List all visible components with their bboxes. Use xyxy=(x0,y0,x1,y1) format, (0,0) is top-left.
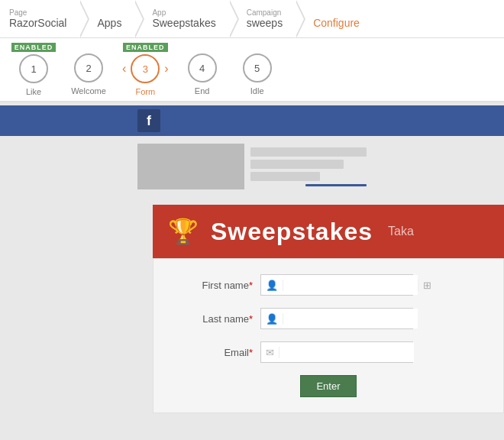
breadcrumb-apps-title: Apps xyxy=(97,17,121,29)
enter-button[interactable]: Enter xyxy=(300,375,356,397)
step-1-enabled: ENABLED xyxy=(11,43,57,52)
last-name-input-wrapper: 👤 xyxy=(260,308,413,329)
email-row: Email* ✉ xyxy=(176,341,480,363)
step-5-label: Idle xyxy=(250,86,264,95)
preview-line-1 xyxy=(250,147,367,157)
preview-image-placeholder xyxy=(137,144,244,189)
breadcrumb-app-title: Sweepstakes xyxy=(152,17,215,29)
step-1-group: ENABLED 1 Like xyxy=(11,43,57,96)
email-input[interactable] xyxy=(279,342,414,362)
step-2-number: 2 xyxy=(86,63,91,74)
breadcrumb-razorsocial[interactable]: Page RazorSocial xyxy=(0,0,80,37)
sweepstakes-banner: 🏆 Sweepstakes Taka xyxy=(153,205,504,258)
step-4-circle[interactable]: 4 xyxy=(188,53,217,82)
facebook-bar: f xyxy=(0,105,504,136)
step-1-number: 1 xyxy=(31,63,36,75)
step-3-circle[interactable]: 3 xyxy=(131,54,160,83)
step-4-number: 4 xyxy=(199,63,205,74)
step-3-group: ENABLED ‹ 3 › Form xyxy=(121,43,170,96)
trophy-icon: 🏆 xyxy=(168,217,199,246)
step-5-circle[interactable]: 5 xyxy=(243,53,272,82)
preview-underline xyxy=(305,184,367,186)
breadcrumb-page-label: Page xyxy=(9,8,66,17)
page-content: f 🏆 Sweepstakes Taka First name* 👤 ⊞ xyxy=(0,102,504,440)
breadcrumb-configure-label xyxy=(313,8,360,17)
step-next-button[interactable]: › xyxy=(163,62,170,76)
facebook-icon: f xyxy=(137,109,160,132)
last-name-input[interactable] xyxy=(283,309,418,328)
form-area: First name* 👤 ⊞ Last name* 👤 Email* ✉ En xyxy=(153,258,504,413)
last-name-label: Last name* xyxy=(176,313,253,325)
email-required: * xyxy=(249,347,253,358)
last-name-row: Last name* 👤 xyxy=(176,308,480,329)
first-name-person-icon: 👤 xyxy=(261,280,283,291)
email-input-wrapper: ✉ xyxy=(260,341,413,363)
sweepstakes-title: Sweepstakes xyxy=(211,218,373,246)
first-name-required: * xyxy=(249,280,253,291)
step-3-label: Form xyxy=(135,87,155,96)
email-label: Email* xyxy=(176,347,253,358)
sweepstakes-suffix: Taka xyxy=(388,225,414,238)
first-name-label: First name* xyxy=(176,280,253,291)
breadcrumb-configure-title: Configure xyxy=(313,17,360,29)
breadcrumb-campaign[interactable]: Campaign sweeps xyxy=(230,0,296,37)
breadcrumb-nav: Page RazorSocial Apps App Sweepstakes Ca… xyxy=(0,0,504,38)
preview-top-area xyxy=(0,136,504,197)
step-2-label: Welcome xyxy=(71,86,106,95)
first-name-input[interactable] xyxy=(283,275,418,295)
step-3-enabled: ENABLED xyxy=(123,43,168,52)
preview-text-area xyxy=(250,147,367,186)
step-2-group: 2 Welcome xyxy=(66,43,111,95)
preview-line-3 xyxy=(250,172,320,181)
step-1-circle[interactable]: 1 xyxy=(19,54,48,83)
breadcrumb-page-title: RazorSocial xyxy=(9,17,66,29)
steps-bar: ENABLED 1 Like 2 Welcome ENABLED ‹ 3 › F… xyxy=(0,38,504,102)
first-name-input-wrapper: 👤 ⊞ xyxy=(260,274,413,296)
first-name-row: First name* 👤 ⊞ xyxy=(176,274,480,296)
step-2-circle[interactable]: 2 xyxy=(74,53,103,82)
breadcrumb-apps-label xyxy=(97,8,121,17)
last-name-required: * xyxy=(249,313,253,325)
breadcrumb-configure[interactable]: Configure xyxy=(296,0,373,37)
step-4-label: End xyxy=(195,86,210,95)
breadcrumb-campaign-title: sweeps xyxy=(247,17,283,29)
breadcrumb-campaign-label: Campaign xyxy=(247,8,283,17)
preview-line-2 xyxy=(250,160,344,169)
step-1-label: Like xyxy=(26,87,41,96)
first-name-expand-icon: ⊞ xyxy=(418,280,436,291)
email-envelope-icon: ✉ xyxy=(261,347,279,358)
step-prev-button[interactable]: ‹ xyxy=(121,62,128,76)
step-5-group: 5 Idle xyxy=(234,43,280,95)
last-name-person-icon: 👤 xyxy=(261,313,283,325)
breadcrumb-sweepstakes[interactable]: App Sweepstakes xyxy=(135,0,229,37)
step-5-number: 5 xyxy=(254,63,260,74)
breadcrumb-app-label: App xyxy=(152,8,215,17)
step-4-group: 4 End xyxy=(179,43,225,95)
step-3-number: 3 xyxy=(143,63,148,75)
